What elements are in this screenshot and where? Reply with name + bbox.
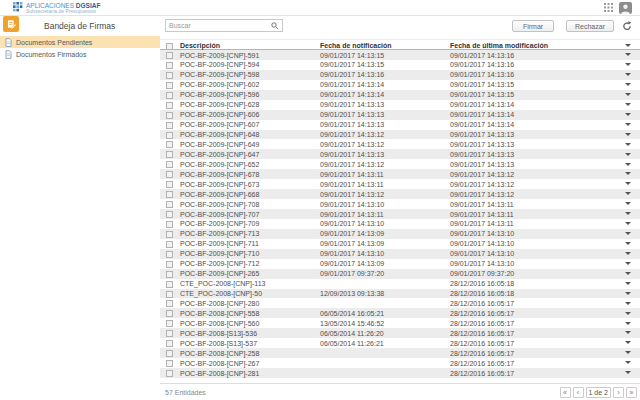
pagination-first-button[interactable]: « [560,387,571,398]
table-row[interactable]: POC-BF-2008-[CNP]-25828/12/2016 16:05:17 [160,348,640,358]
table-row[interactable]: POC-BF-2009-[CNP]-60709/01/2017 14:13:13… [160,120,640,130]
row-menu-caret-icon[interactable] [625,123,631,126]
row-menu-caret-icon[interactable] [625,361,631,364]
header-menu-caret-icon[interactable] [625,44,631,47]
row-checkbox[interactable] [166,191,173,198]
table-row[interactable]: POC-BF-2009-[CNP]-60609/01/2017 14:13:13… [160,110,640,120]
row-checkbox[interactable] [166,310,173,317]
row-menu-caret-icon[interactable] [625,341,631,344]
row-checkbox[interactable] [166,181,173,188]
pagination-next-button[interactable]: › [613,387,624,398]
row-menu-caret-icon[interactable] [625,153,631,156]
row-menu-caret-icon[interactable] [625,371,631,374]
row-menu-caret-icon[interactable] [625,282,631,285]
table-row[interactable]: POC-BF-2009-[CNP]-66809/01/2017 14:13:12… [160,189,640,199]
row-menu-caret-icon[interactable] [625,262,631,265]
row-menu-caret-icon[interactable] [625,143,631,146]
table-row[interactable]: POC-BF-2009-[CNP]-60209/01/2017 14:13:14… [160,80,640,90]
row-checkbox[interactable] [166,370,173,377]
user-avatar-icon[interactable] [619,1,632,14]
row-menu-caret-icon[interactable] [625,252,631,255]
apps-grid-icon[interactable] [604,3,613,12]
row-checkbox[interactable] [166,300,173,307]
row-menu-caret-icon[interactable] [625,182,631,185]
table-row[interactable]: POC-BF-2008-[CNP]-26728/12/2016 16:05:17 [160,358,640,368]
row-checkbox[interactable] [166,261,173,268]
sidebar-item-documentos-pendientes[interactable]: Documentos Pendientes [0,36,160,48]
row-checkbox[interactable] [166,241,173,248]
row-checkbox[interactable] [166,72,173,79]
rechazar-button[interactable]: Rechazar [566,20,614,32]
row-checkbox[interactable] [166,62,173,69]
row-checkbox[interactable] [166,271,173,278]
table-row[interactable]: POC-BF-2009-[CNP]-71109/01/2017 14:13:09… [160,239,640,249]
row-checkbox[interactable] [166,161,173,168]
row-checkbox[interactable] [166,330,173,337]
row-checkbox[interactable] [166,350,173,357]
pagination-last-button[interactable]: » [626,387,637,398]
row-menu-caret-icon[interactable] [625,232,631,235]
table-row[interactable]: POC-BF-2009-[CNP]-71309/01/2017 14:13:09… [160,229,640,239]
table-row[interactable]: POC-BF-2009-[CNP]-64909/01/2017 14:13:12… [160,139,640,149]
table-row[interactable]: POC-BF-2009-[CNP]-64809/01/2017 14:13:12… [160,130,640,140]
row-checkbox[interactable] [166,52,173,59]
table-row[interactable]: POC-BF-2009-[CNP]-71209/01/2017 14:13:09… [160,259,640,269]
row-menu-caret-icon[interactable] [625,103,631,106]
row-menu-caret-icon[interactable] [625,192,631,195]
row-checkbox[interactable] [166,132,173,139]
table-row[interactable]: POC-BF-2009-[CNP]-64709/01/2017 14:13:13… [160,149,640,159]
table-row[interactable]: POC-BF-2009-[CNP]-59809/01/2017 14:13:16… [160,70,640,80]
refresh-icon[interactable] [621,20,633,32]
table-row[interactable]: CTE_POC-2008-[CNP]-11328/12/2016 16:05:1… [160,279,640,289]
table-row[interactable]: POC-BF-2008-[CNP]-56013/05/2014 15:46:52… [160,318,640,328]
row-checkbox[interactable] [166,291,173,298]
row-menu-caret-icon[interactable] [625,272,631,275]
table-row[interactable]: POC-BF-2008-[S13]-53706/05/2014 11:26:21… [160,338,640,348]
table-row[interactable]: POC-BF-2009-[CNP]-70709/01/2017 14:13:11… [160,209,640,219]
table-row[interactable]: POC-BF-2009-[CNP]-59609/01/2017 14:13:14… [160,90,640,100]
row-checkbox[interactable] [166,201,173,208]
row-checkbox[interactable] [166,151,173,158]
row-checkbox[interactable] [166,141,173,148]
table-row[interactable]: POC-BF-2009-[CNP]-59409/01/2017 14:13:15… [160,60,640,70]
table-row[interactable]: POC-BF-2009-[CNP]-26509/01/2017 09:37:20… [160,269,640,279]
row-checkbox[interactable] [166,281,173,288]
row-checkbox[interactable] [166,340,173,347]
row-menu-caret-icon[interactable] [625,322,631,325]
search-input[interactable] [169,22,271,29]
row-checkbox[interactable] [166,92,173,99]
row-menu-caret-icon[interactable] [625,351,631,354]
select-all-checkbox[interactable] [166,43,173,50]
table-row[interactable]: POC-BF-2009-[CNP]-59109/01/2017 14:13:15… [160,50,640,60]
row-menu-caret-icon[interactable] [625,222,631,225]
row-menu-caret-icon[interactable] [625,312,631,315]
table-row[interactable]: POC-BF-2008-[CNP]-28128/12/2016 16:05:17 [160,368,640,378]
row-checkbox[interactable] [166,221,173,228]
row-menu-caret-icon[interactable] [625,242,631,245]
column-header-fecha-ultima-modificacion[interactable]: Fecha de última modificación [450,42,548,49]
row-menu-caret-icon[interactable] [625,292,631,295]
row-menu-caret-icon[interactable] [625,212,631,215]
column-header-fecha-notificacion[interactable]: Fecha de notificación [320,42,392,49]
row-checkbox[interactable] [166,231,173,238]
table-row[interactable]: POC-BF-2009-[CNP]-67309/01/2017 14:13:11… [160,179,640,189]
row-checkbox[interactable] [166,171,173,178]
table-row[interactable]: CTE_POC-2008-[CNP]-5012/09/2013 09:13:38… [160,289,640,299]
row-menu-caret-icon[interactable] [625,53,631,56]
table-row[interactable]: POC-BF-2009-[CNP]-65209/01/2017 14:13:12… [160,159,640,169]
column-header-descripcion[interactable]: Descripción [180,42,220,49]
row-checkbox[interactable] [166,360,173,367]
table-row[interactable]: POC-BF-2009-[CNP]-70809/01/2017 14:13:10… [160,199,640,209]
row-checkbox[interactable] [166,251,173,258]
row-menu-caret-icon[interactable] [625,331,631,334]
row-checkbox[interactable] [166,112,173,119]
row-checkbox[interactable] [166,102,173,109]
table-row[interactable]: POC-BF-2009-[CNP]-67809/01/2017 14:13:11… [160,169,640,179]
table-row[interactable]: POC-BF-2009-[CNP]-62809/01/2017 14:13:13… [160,100,640,110]
row-menu-caret-icon[interactable] [625,93,631,96]
row-menu-caret-icon[interactable] [625,73,631,76]
sidebar-item-documentos-firmados[interactable]: Documentos Firmados [0,48,160,60]
table-row[interactable]: POC-BF-2009-[CNP]-71009/01/2017 14:13:10… [160,249,640,259]
row-menu-caret-icon[interactable] [625,172,631,175]
row-menu-caret-icon[interactable] [625,133,631,136]
